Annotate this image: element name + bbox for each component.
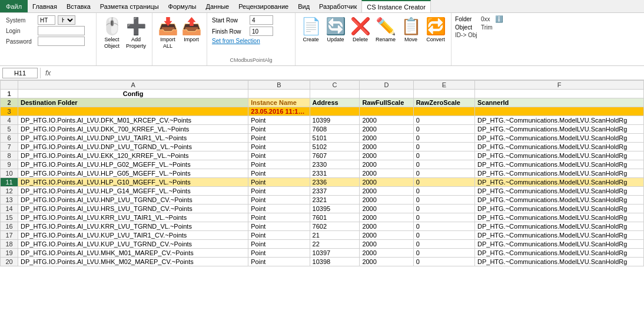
menu-review[interactable]: Рецензирование (234, 0, 293, 12)
cell-17c[interactable]: 21 (310, 231, 360, 240)
cell-10f[interactable]: DP_HTG.~Communications.ModelLVU.ScanHold… (475, 169, 644, 178)
col-header-d[interactable]: D (360, 81, 413, 90)
cell-14d[interactable]: 2000 (360, 205, 413, 213)
col-header-a[interactable]: A (18, 81, 248, 90)
cell-17d[interactable]: 2000 (360, 231, 413, 240)
cell-19c[interactable]: 10397 (310, 249, 360, 258)
cell-11d[interactable]: 2000 (360, 178, 413, 187)
cell-15e[interactable]: 0 (413, 213, 474, 222)
cell-7a[interactable]: DP_HTG.IO.Points.AI_LVU.DNP_LVU_TGRND_VL… (18, 143, 248, 151)
cell-18b[interactable]: Point (248, 240, 310, 249)
cell-14f[interactable]: DP_HTG.~Communications.ModelLVU.ScanHold… (475, 205, 644, 213)
cell-9e[interactable]: 0 (413, 160, 474, 169)
set-from-selection-link[interactable]: Set from Selection (212, 38, 260, 44)
cell-5d[interactable]: 2000 (360, 125, 413, 134)
cell-17e[interactable]: 0 (413, 231, 474, 240)
cell-4e[interactable]: 0 (413, 116, 474, 125)
col-header-c[interactable]: C (310, 81, 360, 90)
delete-button[interactable]: ❌ Delete (348, 15, 372, 44)
cell-19f[interactable]: DP_HTG.~Communications.ModelLVU.ScanHold… (475, 249, 644, 258)
cell-4c[interactable]: 10399 (310, 116, 360, 125)
move-button[interactable]: 📋 Move (399, 15, 423, 44)
cell-12c[interactable]: 2337 (310, 187, 360, 196)
convert-button[interactable]: 🔁 Convert (424, 15, 447, 44)
cell-2e[interactable]: RawZeroScale (413, 98, 474, 107)
cell-11a[interactable]: DP_HTG.IO.Points.AI_LVU.HLP_G10_MGEFF_VL… (18, 178, 248, 187)
menu-file[interactable]: Файл (0, 0, 28, 12)
cell-15b[interactable]: Point (248, 213, 310, 222)
cell-20b[interactable]: Point (248, 258, 310, 266)
cell-14c[interactable]: 10395 (310, 205, 360, 213)
cell-16b[interactable]: Point (248, 222, 310, 231)
add-property-button[interactable]: ➕ Add Property (124, 15, 148, 51)
cell-19d[interactable]: 2000 (360, 249, 413, 258)
cell-6c[interactable]: 5101 (310, 134, 360, 143)
cell-19b[interactable]: Point (248, 249, 310, 258)
cell-15c[interactable]: 7601 (310, 213, 360, 222)
cell-3b[interactable]: 23.05.2016 11:13:12 (248, 107, 310, 116)
login-input[interactable] (38, 26, 85, 35)
cell-20d[interactable]: 2000 (360, 258, 413, 266)
cell-4b[interactable]: Point (248, 116, 310, 125)
menu-cs-instance-creator[interactable]: CS Instance Creator (361, 0, 431, 12)
cell-18a[interactable]: DP_HTG.IO.Points.AI_LVU.KUP_LVU_TGRND_CV… (18, 240, 248, 249)
cell-7f[interactable]: DP_HTG.~Communications.ModelLVU.ScanHold… (475, 143, 644, 151)
cell-13b[interactable]: Point (248, 196, 310, 205)
cell-18e[interactable]: 0 (413, 240, 474, 249)
menu-developer[interactable]: Разработчик (314, 0, 361, 12)
cell-15d[interactable]: 2000 (360, 213, 413, 222)
cell-2d[interactable]: RawFullScale (360, 98, 413, 107)
cell-16f[interactable]: DP_HTG.~Communications.ModelLVU.ScanHold… (475, 222, 644, 231)
cell-12b[interactable]: Point (248, 187, 310, 196)
cell-9b[interactable]: Point (248, 160, 310, 169)
cell-20e[interactable]: 0 (413, 258, 474, 266)
cell-6b[interactable]: Point (248, 134, 310, 143)
menu-home[interactable]: Главная (28, 0, 62, 12)
cell-20f[interactable]: DP_HTG.~Communications.ModelLVU.ScanHold… (475, 258, 644, 266)
cell-20c[interactable]: 10398 (310, 258, 360, 266)
cell-20a[interactable]: DP_HTG.IO.Points.AI_LVU.MHK_M02_MAREP_CV… (18, 258, 248, 266)
finish-row-input[interactable] (250, 27, 273, 36)
cell-8f[interactable]: DP_HTG.~Communications.ModelLVU.ScanHold… (475, 151, 644, 160)
fx-button[interactable]: fx (43, 69, 53, 77)
cell-14b[interactable]: Point (248, 205, 310, 213)
cell-7d[interactable]: 2000 (360, 143, 413, 151)
cell-16e[interactable]: 0 (413, 222, 474, 231)
system-select[interactable]: HT (58, 15, 75, 25)
cell-11c[interactable]: 2336 (310, 178, 360, 187)
cell-3d[interactable] (360, 107, 413, 116)
col-header-f[interactable]: F (475, 81, 644, 90)
cell-2c[interactable]: Address (310, 98, 360, 107)
rename-button[interactable]: ✏️ Rename (373, 15, 398, 44)
cell-11f[interactable]: DP_HTG.~Communications.ModelLVU.ScanHold… (475, 178, 644, 187)
menu-view[interactable]: Вид (293, 0, 314, 12)
cell-4a[interactable]: DP_HTG.IO.Points.AI_LVU.DFK_M01_KRCEP_CV… (18, 116, 248, 125)
cell-12d[interactable]: 2000 (360, 187, 413, 196)
cell-3c[interactable] (310, 107, 360, 116)
name-box[interactable] (2, 68, 38, 78)
cell-7e[interactable]: 0 (413, 143, 474, 151)
cell-10c[interactable]: 2331 (310, 169, 360, 178)
cell-1a[interactable]: Config (18, 90, 248, 98)
cell-18c[interactable]: 22 (310, 240, 360, 249)
info-icon[interactable]: ℹ️ (495, 15, 503, 23)
cell-6e[interactable]: 0 (413, 134, 474, 143)
cell-5e[interactable]: 0 (413, 125, 474, 134)
cell-8b[interactable]: Point (248, 151, 310, 160)
cell-12a[interactable]: DP_HTG.IO.Points.AI_LVU.HLP_G14_MGEFF_VL… (18, 187, 248, 196)
cell-1c[interactable] (310, 90, 360, 98)
cell-7c[interactable]: 5102 (310, 143, 360, 151)
cell-5f[interactable]: DP_HTG.~Communications.ModelLVU.ScanHold… (475, 125, 644, 134)
cell-15f[interactable]: DP_HTG.~Communications.ModelLVU.ScanHold… (475, 213, 644, 222)
create-button[interactable]: 📄 Create (299, 15, 323, 44)
cell-14a[interactable]: DP_HTG.IO.Points.AI_LVU.HRS_LVU_TGRND_CV… (18, 205, 248, 213)
cell-1b[interactable] (248, 90, 310, 98)
cell-9d[interactable]: 2000 (360, 160, 413, 169)
cell-9f[interactable]: DP_HTG.~Communications.ModelLVU.ScanHold… (475, 160, 644, 169)
cell-6a[interactable]: DP_HTG.IO.Points.AI_LVU.DNP_LVU_TAIR1_VL… (18, 134, 248, 143)
cell-13c[interactable]: 2321 (310, 196, 360, 205)
cell-8e[interactable]: 0 (413, 151, 474, 160)
cell-4d[interactable]: 2000 (360, 116, 413, 125)
cell-10d[interactable]: 2000 (360, 169, 413, 178)
cell-10b[interactable]: Point (248, 169, 310, 178)
